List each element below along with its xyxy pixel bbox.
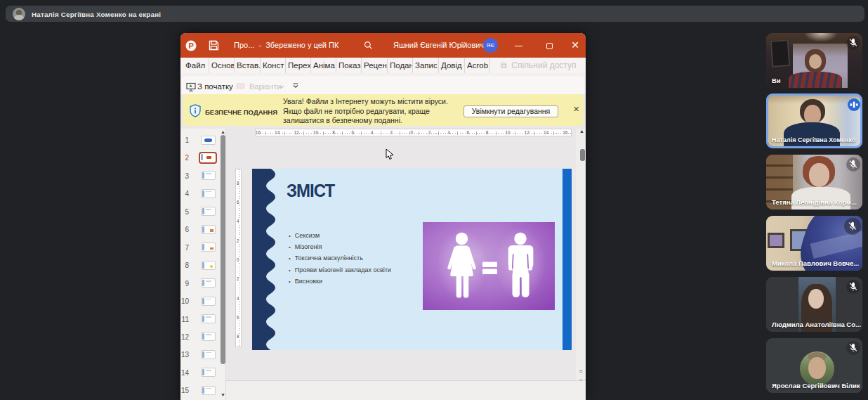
svg-text:P: P — [188, 41, 193, 49]
